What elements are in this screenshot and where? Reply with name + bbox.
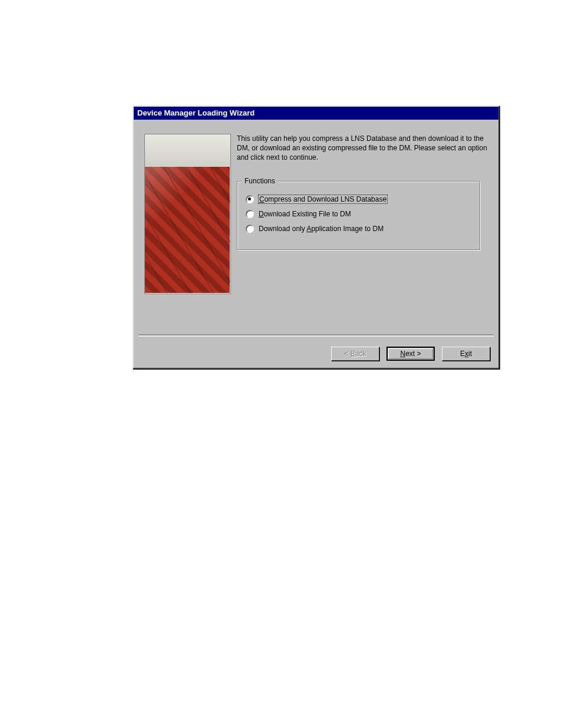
radio-option-download-appimage[interactable]: Download only Application Image to DM xyxy=(246,222,472,235)
wizard-buttons: < Back Next > Exit xyxy=(331,347,490,361)
window-title: Device Manager Loading Wizard xyxy=(134,107,498,120)
button-label: Next > xyxy=(400,350,421,358)
back-button: < Back xyxy=(331,347,379,361)
radio-button-icon xyxy=(246,225,254,233)
radio-option-compress-download[interactable]: Compress and Download LNS Database xyxy=(246,193,472,206)
functions-groupbox: Functions Compress and Download LNS Data… xyxy=(237,181,481,251)
button-label: < Back xyxy=(344,350,366,358)
radio-label: Download Existing File to DM xyxy=(259,210,351,218)
next-button[interactable]: Next > xyxy=(386,347,435,361)
radio-option-download-existing[interactable]: Download Existing File to DM xyxy=(246,207,472,220)
radio-label: Download only Application Image to DM xyxy=(259,225,384,233)
wizard-side-image xyxy=(144,134,231,294)
exit-button[interactable]: Exit xyxy=(442,347,490,361)
radio-button-icon xyxy=(246,195,254,203)
radio-button-icon xyxy=(246,210,254,218)
radio-label: Compress and Download LNS Database xyxy=(259,195,387,203)
separator xyxy=(138,334,494,337)
button-label: Exit xyxy=(460,350,472,358)
functions-legend: Functions xyxy=(242,177,277,185)
wizard-description: This utility can help you compress a LNS… xyxy=(237,134,488,162)
wizard-window: Device Manager Loading Wizard This utili… xyxy=(133,106,500,369)
wizard-body: This utility can help you compress a LNS… xyxy=(134,120,498,342)
